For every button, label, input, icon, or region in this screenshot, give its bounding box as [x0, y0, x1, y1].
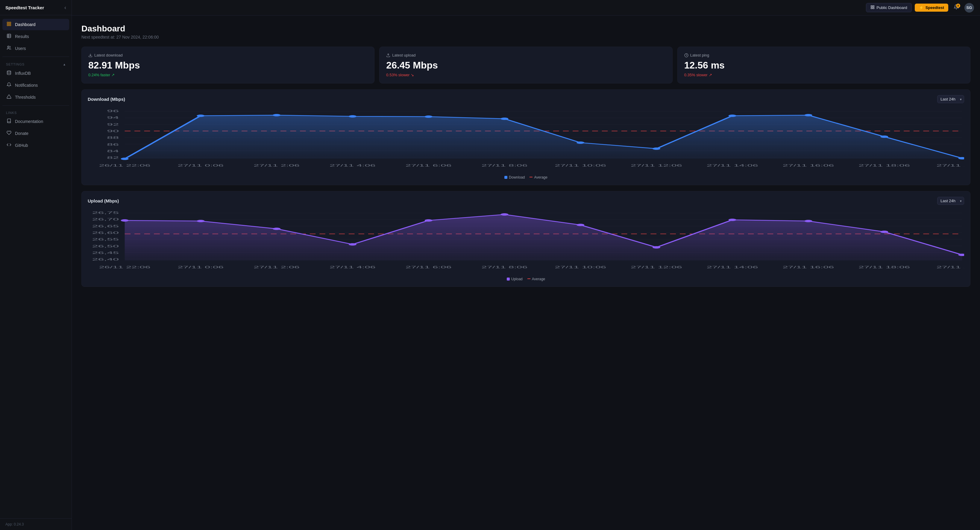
- svg-text:82: 82: [107, 156, 119, 159]
- svg-point-43: [804, 114, 812, 116]
- notifications-bell-button[interactable]: 0: [951, 3, 961, 12]
- svg-point-83: [729, 219, 737, 221]
- svg-rect-3: [9, 24, 11, 26]
- svg-point-80: [501, 213, 508, 216]
- upload-legend-item: Upload: [507, 277, 523, 281]
- public-dashboard-button[interactable]: Public Dashboard: [866, 3, 912, 12]
- sidebar-item-documentation[interactable]: Documentation: [2, 116, 69, 127]
- sidebar-footer: App: 0.24.3: [0, 518, 72, 530]
- svg-text:27/11 8:06: 27/11 8:06: [482, 266, 528, 269]
- speedtest-label: Speedtest: [926, 5, 944, 10]
- sidebar-item-label: Dashboard: [15, 22, 36, 27]
- download-chart-legend: Download Average: [88, 175, 964, 179]
- svg-text:27/11 8:06: 27/11 8:06: [482, 164, 528, 167]
- upload-chart-title: Upload (Mbps): [88, 198, 119, 203]
- sidebar-item-label: Users: [15, 46, 26, 51]
- upload-chart-header: Upload (Mbps) Last 24h Last 7d Last 30d: [88, 197, 964, 205]
- upload-average-legend-item: Average: [527, 277, 545, 281]
- download-time-select[interactable]: Last 24h Last 7d Last 30d: [937, 95, 964, 103]
- svg-point-75: [121, 219, 129, 222]
- svg-point-79: [425, 219, 433, 222]
- svg-text:26/11 22:06: 26/11 22:06: [99, 266, 151, 269]
- svg-point-34: [121, 158, 129, 160]
- svg-point-40: [576, 141, 584, 144]
- upload-chart-card: Upload (Mbps) Last 24h Last 7d Last 30d …: [81, 191, 970, 287]
- download-value: 82.91 Mbps: [88, 60, 368, 71]
- sidebar-item-results[interactable]: Results: [2, 31, 69, 42]
- sidebar-item-donate[interactable]: Donate: [2, 128, 69, 139]
- svg-text:90: 90: [107, 129, 119, 133]
- ping-label: Latest ping: [684, 53, 964, 57]
- svg-text:26,75: 26,75: [92, 211, 119, 214]
- upload-change: 0.53% slower ↘: [386, 73, 665, 77]
- sidebar-item-thresholds[interactable]: Thresholds: [2, 92, 69, 103]
- svg-rect-10: [871, 6, 872, 7]
- svg-text:27/11 0:06: 27/11 0:06: [178, 164, 224, 167]
- svg-text:26,65: 26,65: [92, 224, 119, 228]
- page-header: Dashboard Next speedtest at: 27 Nov 2024…: [81, 24, 970, 40]
- svg-rect-0: [7, 22, 9, 24]
- svg-point-39: [501, 117, 508, 120]
- download-change: 0.24% faster ↗: [88, 73, 368, 77]
- svg-text:27/11 2:06: 27/11 2:06: [253, 266, 300, 269]
- svg-rect-12: [871, 8, 872, 9]
- sidebar-item-dashboard[interactable]: Dashboard: [2, 19, 69, 30]
- ping-change: 0.35% slower ↗: [684, 73, 964, 77]
- svg-text:27/11 16:06: 27/11 16:06: [783, 164, 834, 167]
- svg-text:27/11 18:06: 27/11 18:06: [859, 266, 910, 269]
- sidebar-item-users[interactable]: Users: [2, 43, 69, 54]
- sidebar-collapse-button[interactable]: ‹: [64, 5, 66, 10]
- average-legend-dot: [530, 177, 533, 178]
- svg-point-84: [804, 220, 812, 222]
- sidebar-item-label: Documentation: [15, 119, 43, 124]
- svg-point-77: [273, 228, 280, 230]
- svg-point-38: [425, 116, 433, 118]
- svg-text:27/11 10:06: 27/11 10:06: [555, 266, 606, 269]
- sidebar: Speedtest Tracker ‹ Dashboard Results Us…: [0, 0, 72, 530]
- download-chart-header: Download (Mbps) Last 24h Last 7d Last 30…: [88, 95, 964, 103]
- speedtest-button[interactable]: ⚡ Speedtest: [915, 3, 948, 12]
- sidebar-item-notifications[interactable]: Notifications: [2, 79, 69, 91]
- sidebar-nav: Dashboard Results Users Settings ▴ Influ…: [0, 15, 72, 518]
- upload-time-select[interactable]: Last 24h Last 7d Last 30d: [937, 197, 964, 205]
- chevron-up-icon: ▴: [64, 62, 65, 67]
- svg-point-44: [880, 135, 888, 138]
- public-dashboard-label: Public Dashboard: [877, 5, 907, 10]
- users-icon: [6, 46, 12, 51]
- sidebar-item-github[interactable]: GitHub: [2, 140, 69, 151]
- svg-rect-2: [7, 24, 9, 26]
- public-dashboard-icon: [870, 5, 875, 10]
- upload-average-legend-dot: [527, 278, 530, 280]
- download-legend-item: Download: [504, 175, 525, 179]
- sidebar-item-label: InfluxDB: [15, 71, 31, 76]
- svg-point-82: [652, 246, 660, 249]
- upload-time-select-wrapper: Last 24h Last 7d Last 30d: [937, 197, 964, 205]
- svg-text:27/11 6:06: 27/11 6:06: [406, 164, 452, 167]
- svg-text:26,55: 26,55: [92, 238, 119, 241]
- download-chart-card: Download (Mbps) Last 24h Last 7d Last 30…: [81, 89, 970, 185]
- upload-legend-dot: [507, 278, 510, 281]
- download-legend-label: Download: [509, 175, 525, 179]
- speedtest-icon: ⚡: [919, 5, 924, 10]
- download-time-select-wrapper: Last 24h Last 7d Last 30d: [937, 95, 964, 103]
- svg-text:26/11 22:06: 26/11 22:06: [99, 164, 151, 167]
- app-title: Speedtest Tracker: [5, 5, 44, 10]
- svg-text:27/11 4:06: 27/11 4:06: [329, 164, 375, 167]
- links-section-label: Links: [2, 108, 69, 116]
- upload-average-legend-label: Average: [532, 277, 545, 281]
- main-content: Dashboard Next speedtest at: 27 Nov 2024…: [72, 16, 980, 530]
- svg-text:27/11 0:06: 27/11 0:06: [178, 266, 224, 269]
- svg-point-8: [8, 46, 9, 48]
- svg-text:27/11 2:06: 27/11 2:06: [253, 164, 300, 167]
- download-chart-container: 96 94 92 90 88 86 84 82: [88, 107, 964, 179]
- sidebar-item-influxdb[interactable]: InfluxDB: [2, 68, 69, 79]
- stat-cards: Latest download 82.91 Mbps 0.24% faster …: [81, 47, 970, 83]
- svg-text:26,60: 26,60: [92, 231, 119, 235]
- svg-point-9: [7, 71, 11, 72]
- svg-text:94: 94: [107, 116, 119, 119]
- svg-rect-11: [873, 6, 874, 7]
- user-avatar[interactable]: SG: [964, 3, 974, 13]
- down-arrow-icon-ping: ↗: [709, 73, 712, 77]
- svg-text:27/11 20:06: 27/11 20:06: [937, 266, 964, 269]
- svg-text:92: 92: [107, 123, 119, 126]
